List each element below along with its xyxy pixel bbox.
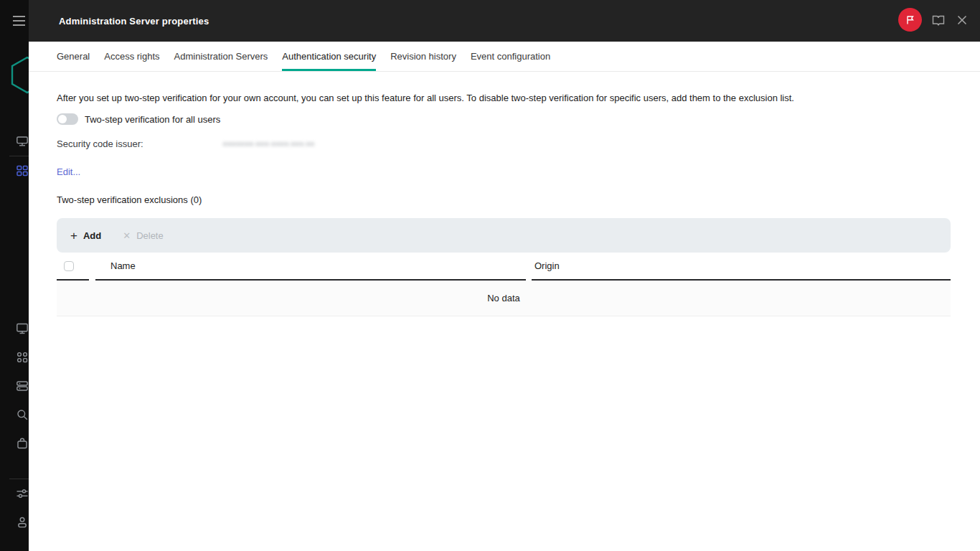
- issuer-value-redacted: ●●●●●●●-●●●-●●●●.●●●.●●: [222, 139, 346, 148]
- exclusions-toolbar: + Add ✕ Delete: [57, 218, 951, 253]
- tab-revision-history[interactable]: Revision history: [390, 42, 456, 71]
- devices-monitor-icon[interactable]: [16, 322, 29, 335]
- empty-state-row: No data: [57, 281, 951, 316]
- documentation-icon[interactable]: [932, 14, 945, 26]
- assets-grid-icon[interactable]: [16, 164, 29, 177]
- tab-access-rights[interactable]: Access rights: [104, 42, 159, 71]
- security-code-issuer-row: Security code issuer: ●●●●●●●-●●●-●●●●.●…: [57, 138, 951, 149]
- kaspersky-logo: [11, 57, 29, 94]
- flag-icon: [905, 14, 915, 26]
- menu-icon[interactable]: [13, 16, 25, 26]
- select-all-checkbox[interactable]: [64, 261, 74, 271]
- issuer-label: Security code issuer:: [57, 138, 222, 149]
- monitoring-icon[interactable]: [16, 135, 29, 148]
- intro-text: After you set up two-step verification f…: [57, 93, 951, 104]
- tab-bar: General Access rights Administration Ser…: [29, 42, 980, 72]
- page-title: Administration Server properties: [59, 0, 209, 42]
- users-roles-icon[interactable]: [16, 351, 29, 364]
- tab-content: After you set up two-step verification f…: [29, 93, 980, 316]
- tab-event-configuration[interactable]: Event configuration: [471, 42, 550, 71]
- search-icon[interactable]: [16, 408, 29, 421]
- sidebar: [0, 0, 29, 551]
- tab-administration-servers[interactable]: Administration Servers: [174, 42, 268, 71]
- toggle-knob: [58, 115, 67, 123]
- servers-stack-icon[interactable]: [16, 380, 29, 392]
- marketplace-bag-icon[interactable]: [16, 437, 29, 450]
- two-step-verification-toggle[interactable]: [57, 113, 78, 125]
- two-step-toggle-row: Two-step verification for all users: [57, 113, 951, 125]
- plus-icon: +: [70, 230, 77, 242]
- add-button[interactable]: + Add: [70, 230, 101, 242]
- column-header-name: Name: [95, 253, 526, 281]
- exclusions-table: Name Origin No data: [57, 253, 951, 316]
- account-icon[interactable]: [16, 516, 29, 529]
- close-icon[interactable]: [957, 15, 967, 25]
- tab-general[interactable]: General: [57, 42, 90, 71]
- exclusions-heading: Two-step verification exclusions (0): [57, 194, 951, 205]
- sidebar-divider: [9, 156, 29, 156]
- column-header-origin: Origin: [532, 253, 951, 281]
- select-all-cell: [57, 253, 89, 281]
- administration-server-properties-panel: General Access rights Administration Ser…: [29, 42, 980, 551]
- edit-link[interactable]: Edit...: [57, 166, 80, 177]
- toggle-label: Two-step verification for all users: [85, 114, 220, 125]
- notifications-flag-button[interactable]: [898, 8, 922, 32]
- sidebar-divider: [9, 479, 29, 479]
- table-header-row: Name Origin: [57, 253, 951, 281]
- tab-authentication-security[interactable]: Authentication security: [282, 42, 376, 71]
- cross-icon: ✕: [123, 230, 131, 241]
- topbar: Administration Server properties: [29, 0, 980, 42]
- delete-button[interactable]: ✕ Delete: [123, 230, 163, 241]
- console-settings-icon[interactable]: [16, 487, 29, 500]
